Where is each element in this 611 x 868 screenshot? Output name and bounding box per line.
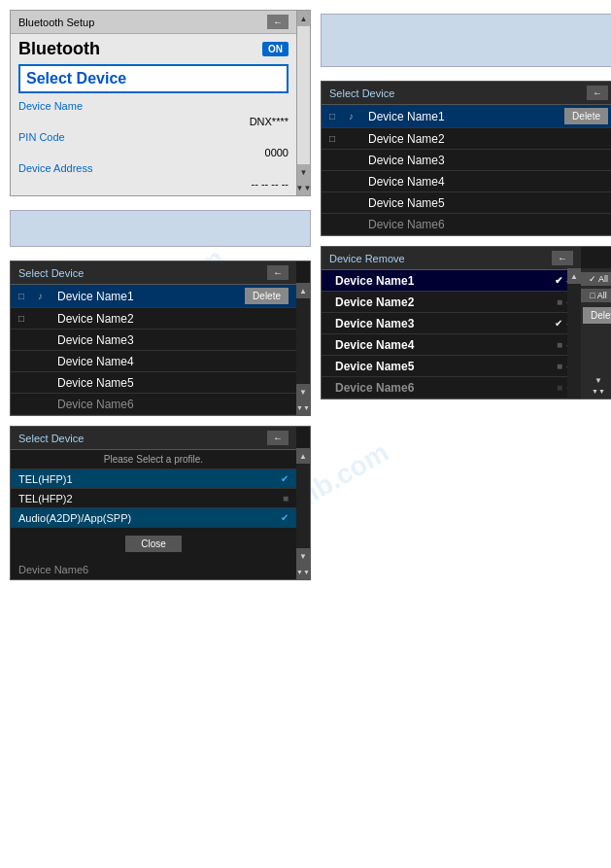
profile-name: Audio(A2DP)/App(SPP): [18, 512, 281, 524]
scroll-down-btn[interactable]: ▼: [297, 164, 310, 180]
profile-scroll-bottom[interactable]: ▼▼: [296, 564, 310, 579]
list-item[interactable]: TEL(HFP)2 ■: [11, 489, 296, 508]
banner-top-right: [321, 14, 611, 67]
device-name-value: DNX****: [250, 116, 289, 127]
device-name-text: Device Name4: [335, 338, 557, 352]
check-icon: ✔: [555, 275, 562, 286]
remove-scroll-down[interactable]: ▼: [594, 376, 602, 385]
device-name-text: Device Name5: [57, 376, 289, 390]
profile-back-btn[interactable]: ←: [267, 431, 289, 445]
select-device-right-header: Select Device ←: [322, 82, 611, 105]
sdp-scroll-up[interactable]: ▲: [296, 283, 310, 298]
profile-scroll-up[interactable]: ▲: [296, 448, 310, 464]
check-icon: ■: [557, 339, 562, 350]
on-badge: ON: [262, 42, 289, 56]
scroll-bottom-btn[interactable]: ▼▼: [297, 180, 310, 195]
list-item[interactable]: Device Name1 ✔ ◁: [322, 270, 581, 292]
device-name-text: Device Name5: [368, 196, 608, 210]
select-device-panel-right: Select Device ← □ ♪ Device Name1 Delete …: [321, 81, 611, 236]
profile-header-title: Select Device: [18, 433, 84, 444]
delete-button[interactable]: Delete: [245, 288, 289, 304]
sdp-scroll-down[interactable]: ▼: [296, 384, 310, 399]
list-item[interactable]: Device Name3: [322, 150, 611, 171]
device-phone-icon-2: □: [18, 313, 34, 324]
remove-scroll-up-btn[interactable]: ▲: [567, 268, 581, 284]
scroll-up-btn[interactable]: ▲: [297, 11, 310, 26]
list-item[interactable]: Device Name4: [11, 351, 296, 372]
bluetooth-back-button[interactable]: ←: [267, 15, 289, 29]
remove-scroll-bottom[interactable]: ▼▼: [592, 388, 605, 395]
check-icon: ■: [557, 382, 562, 393]
list-item[interactable]: □ Device Name2: [11, 308, 296, 330]
device-remove-header: Device Remove ←: [322, 247, 581, 270]
scroll-track: [297, 26, 310, 164]
remove-right-controls: ✓ All □ All Delete ▼ ▼▼: [581, 268, 611, 399]
list-item[interactable]: □ Device Name2: [322, 128, 611, 150]
delete-button-right[interactable]: Delete: [564, 108, 608, 124]
pin-code-label: PIN Code: [18, 131, 65, 143]
profile-name: TEL(HFP)1: [18, 473, 281, 485]
list-item[interactable]: Device Name5: [322, 192, 611, 214]
sdp-scroll-bottom[interactable]: ▼▼: [296, 399, 310, 415]
device-name-text: Device Name4: [368, 175, 608, 189]
device-music-icon: ♪: [349, 111, 364, 122]
bluetooth-setup-panel: Bluetooth Setup ← Bluetooth ON Select De…: [10, 10, 311, 196]
list-item[interactable]: Device Name4: [322, 171, 611, 192]
select-device-row[interactable]: Select Device: [18, 64, 289, 93]
list-item[interactable]: Device Name6: [322, 214, 611, 235]
left-column: Bluetooth Setup ← Bluetooth ON Select De…: [10, 10, 311, 580]
pin-code-value: 0000: [265, 147, 289, 158]
all-uncheck-button[interactable]: □ All: [581, 289, 611, 302]
remove-delete-button[interactable]: Delete: [583, 307, 611, 324]
device-name-text: Device Name6: [368, 218, 608, 231]
list-item[interactable]: TEL(HFP)1 ✔: [11, 469, 296, 489]
device-remove-back[interactable]: ←: [552, 251, 573, 265]
device-address-row: Device Address: [11, 160, 296, 176]
device-name-text: Device Name5: [335, 360, 557, 373]
device-music-icon: ♪: [38, 291, 53, 301]
select-device-panel-left: Select Device ← □ ♪ Device Name1 Delete …: [10, 260, 311, 416]
select-device-scrollbar: ▲ ▼ ▼▼: [296, 283, 310, 415]
device-name-text: Device Name6: [335, 381, 557, 395]
check-icon: ✔: [555, 318, 562, 329]
bottom-device-name: Device Name6: [18, 564, 88, 575]
device-name-text: Device Name1: [57, 290, 245, 303]
device-name-value-row: DNX****: [11, 114, 296, 129]
bluetooth-scrollbar: ▲ ▼ ▼▼: [296, 11, 310, 195]
profile-scroll-down[interactable]: ▼: [296, 548, 310, 564]
device-name-text: Device Name6: [57, 398, 289, 411]
device-name-text: Device Name3: [368, 154, 608, 167]
bluetooth-label: Bluetooth: [18, 39, 100, 59]
device-name-text: Device Name2: [335, 295, 557, 309]
list-item[interactable]: Device Name3: [11, 330, 296, 351]
device-name-text: Device Name2: [368, 132, 608, 146]
select-device-left-back[interactable]: ←: [267, 265, 289, 280]
profile-scroll-track: [296, 464, 310, 548]
list-item[interactable]: Device Name3 ✔ ◁: [322, 313, 581, 334]
list-item[interactable]: Audio(A2DP)/App(SPP) ✔: [11, 508, 296, 528]
please-select-label: Please Select a profile.: [11, 450, 296, 469]
profile-check-icon: ✔: [281, 473, 289, 484]
close-button[interactable]: Close: [125, 536, 182, 552]
profile-check-icon: ■: [283, 493, 289, 503]
list-item[interactable]: □ ♪ Device Name1 Delete: [322, 105, 611, 128]
profile-name: TEL(HFP)2: [18, 493, 283, 504]
select-device-right-back[interactable]: ←: [587, 86, 608, 100]
list-item[interactable]: Device Name2 ■ ◁: [322, 292, 581, 313]
list-item[interactable]: □ ♪ Device Name1 Delete: [11, 285, 296, 308]
list-item[interactable]: Device Name6: [11, 394, 296, 415]
sdp-scroll-track: [296, 298, 310, 384]
all-check-button[interactable]: ✓ All: [581, 272, 611, 286]
list-item[interactable]: Device Name5: [11, 372, 296, 394]
list-item[interactable]: Device Name6 ■ ◁: [322, 377, 581, 399]
remove-scrollbar: ▲: [567, 268, 581, 399]
profile-scrollbar: ▲ ▼ ▼▼: [296, 448, 310, 579]
profile-bottom-row: Device Name6: [11, 560, 296, 579]
device-name-row: Device Name: [11, 98, 296, 114]
list-item[interactable]: Device Name4 ■ ◁: [322, 334, 581, 356]
list-item[interactable]: Device Name5 ■ ◁: [322, 356, 581, 377]
select-device-profile-panel: Select Device ← Please Select a profile.…: [10, 426, 311, 580]
pin-code-value-row: 0000: [11, 145, 296, 160]
device-phone-icon: □: [329, 111, 345, 122]
check-icon: ■: [557, 296, 562, 307]
